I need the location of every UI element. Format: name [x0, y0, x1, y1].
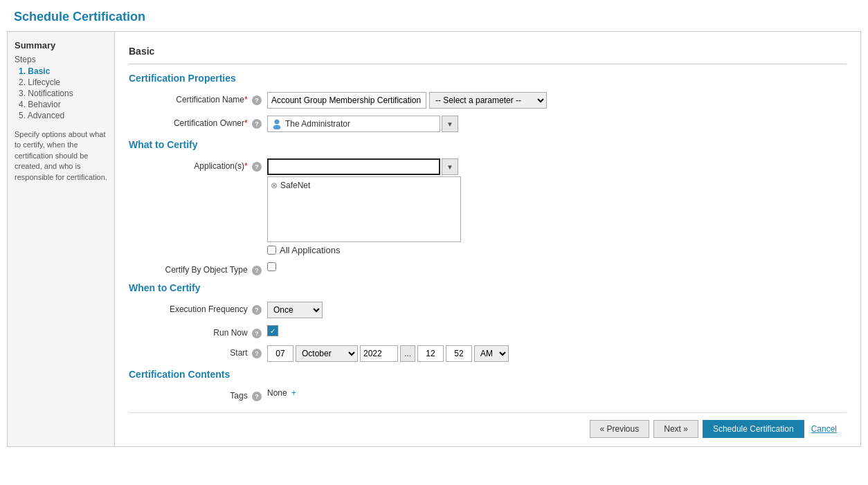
run-now-row: Run Now ? ✓	[129, 325, 847, 338]
run-now-label: Run Now ?	[129, 325, 267, 338]
run-now-help-icon[interactable]: ?	[252, 329, 262, 338]
remove-icon[interactable]: ⊗	[271, 181, 278, 190]
list-item: ⊗ SafeNet	[271, 180, 458, 191]
previous-button[interactable]: « Previous	[590, 420, 650, 438]
sidebar-steps-label: Steps	[15, 55, 107, 64]
sidebar: Summary Steps 1. Basic 2. Lifecycle 3. N…	[8, 32, 115, 446]
start-day-input[interactable]	[267, 345, 293, 362]
chevron-down-icon: ▼	[446, 120, 453, 128]
exec-freq-help-icon[interactable]: ?	[252, 305, 262, 315]
app-search-input[interactable]	[267, 158, 440, 175]
applications-help-icon[interactable]: ?	[252, 162, 262, 172]
content-header: Basic	[129, 40, 847, 64]
cert-owner-row: Certification Owner* ? The Administrator…	[129, 116, 847, 132]
tags-value-row: None +	[267, 388, 296, 398]
content-area: Basic Certification Properties Certifica…	[115, 32, 860, 446]
main-container: Summary Steps 1. Basic 2. Lifecycle 3. N…	[7, 31, 861, 447]
start-min-input[interactable]	[446, 345, 472, 362]
certify-by-help-icon[interactable]: ?	[252, 266, 262, 275]
certify-by-object-label: Certify By Object Type ?	[129, 262, 267, 275]
run-now-checkbox[interactable]: ✓	[267, 325, 278, 336]
start-label: Start ?	[129, 345, 267, 358]
cancel-button[interactable]: Cancel	[808, 421, 840, 437]
sidebar-item-basic[interactable]: 1. Basic	[15, 66, 107, 77]
start-row: Start ? JanuaryFebruaryMarch AprilMayJun…	[129, 345, 847, 362]
svg-point-1	[273, 125, 281, 130]
when-to-certify-title: When to Certify	[129, 282, 847, 293]
what-to-certify-title: What to Certify	[129, 139, 847, 150]
app-item-name: SafeNet	[280, 181, 310, 190]
all-applications-checkbox[interactable]	[267, 246, 276, 255]
footer-bar: « Previous Next » Schedule Certification…	[129, 412, 847, 446]
sidebar-item-lifecycle[interactable]: 2. Lifecycle	[15, 77, 107, 88]
start-control: JanuaryFebruaryMarch AprilMayJune JulyAu…	[267, 345, 847, 362]
applications-control: ▼ ⊗ SafeNet All Applications	[267, 158, 847, 255]
owner-avatar	[271, 118, 282, 129]
tags-value: None	[267, 388, 287, 398]
cert-owner-label: Certification Owner* ?	[129, 116, 267, 129]
checkmark-icon: ✓	[270, 327, 275, 335]
cert-name-label: Certification Name* ?	[129, 92, 267, 105]
sidebar-title: Summary	[15, 40, 107, 51]
exec-freq-label: Execution Frequency ?	[129, 302, 267, 315]
applications-row: Application(s)* ? ▼ ⊗ SafeNet	[129, 158, 847, 255]
app-input-wrap: ▼ ⊗ SafeNet All Applications	[267, 158, 461, 255]
sidebar-item-advanced[interactable]: 5. Advanced	[15, 110, 107, 121]
tags-control: None +	[267, 388, 847, 398]
exec-freq-control: Once Daily Weekly Monthly Quarterly Annu…	[267, 302, 847, 318]
sidebar-item-notifications[interactable]: 3. Notifications	[15, 88, 107, 99]
certify-by-object-checkbox[interactable]	[267, 262, 276, 271]
run-now-control: ✓	[267, 325, 847, 336]
tags-label: Tags ?	[129, 388, 267, 401]
page-title: Schedule Certification	[0, 0, 868, 31]
exec-freq-row: Execution Frequency ? Once Daily Weekly …	[129, 302, 847, 318]
cert-owner-help-icon[interactable]: ?	[252, 119, 262, 129]
exec-freq-select[interactable]: Once Daily Weekly Monthly Quarterly Annu…	[267, 302, 323, 318]
certification-properties-title: Certification Properties	[129, 73, 847, 84]
start-ampm-select[interactable]: AM PM	[474, 345, 509, 362]
start-month-select[interactable]: JanuaryFebruaryMarch AprilMayJune JulyAu…	[296, 345, 358, 362]
start-inputs: JanuaryFebruaryMarch AprilMayJune JulyAu…	[267, 345, 509, 362]
cert-name-help-icon[interactable]: ?	[252, 95, 262, 105]
app-dropdown-button[interactable]: ▼	[442, 158, 458, 175]
app-search-row: ▼	[267, 158, 461, 175]
certify-by-control	[267, 262, 847, 271]
cert-name-input[interactable]	[267, 92, 426, 109]
owner-name: The Administrator	[285, 119, 436, 129]
app-chevron-down-icon: ▼	[446, 163, 453, 171]
cert-name-control: -- Select a parameter --	[267, 92, 847, 109]
svg-point-0	[275, 120, 280, 125]
tags-add-button[interactable]: +	[291, 388, 296, 398]
next-button[interactable]: Next »	[653, 420, 698, 438]
cert-name-row: Certification Name* ? -- Select a parame…	[129, 92, 847, 109]
owner-input-box: The Administrator	[267, 116, 440, 132]
sidebar-description: Specify options about what to certify, w…	[15, 129, 107, 183]
tags-help-icon[interactable]: ?	[252, 392, 262, 401]
cert-contents-title: Certification Contents	[129, 369, 847, 380]
start-year-input[interactable]	[360, 345, 398, 362]
param-select[interactable]: -- Select a parameter --	[429, 92, 547, 109]
certify-by-object-row: Certify By Object Type ?	[129, 262, 847, 275]
applications-label: Application(s)* ?	[129, 158, 267, 172]
all-applications-label: All Applications	[280, 245, 340, 255]
app-list-box: ⊗ SafeNet	[267, 176, 461, 242]
all-apps-row: All Applications	[267, 245, 461, 255]
sidebar-item-behavior[interactable]: 4. Behavior	[15, 99, 107, 110]
start-hour-input[interactable]	[417, 345, 444, 362]
schedule-certification-button[interactable]: Schedule Certification	[703, 420, 804, 438]
start-dots-button[interactable]: ...	[400, 345, 415, 362]
cert-owner-control: The Administrator ▼	[267, 116, 847, 132]
owner-dropdown-button[interactable]: ▼	[442, 116, 458, 132]
tags-row: Tags ? None +	[129, 388, 847, 401]
start-help-icon[interactable]: ?	[252, 349, 262, 358]
